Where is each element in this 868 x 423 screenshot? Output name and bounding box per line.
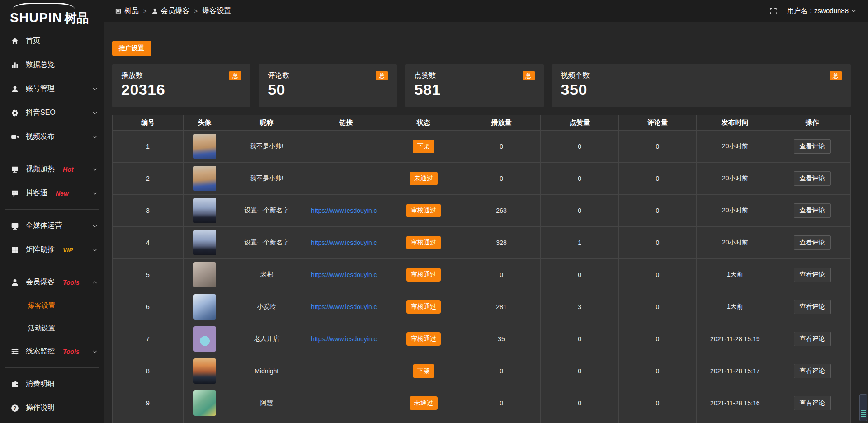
cell-id: 2 bbox=[113, 163, 184, 195]
sidebar-item-matrix-boost[interactable]: 矩阵助推VIP bbox=[0, 238, 104, 262]
sidebar-item-douketong[interactable]: 抖客通New bbox=[0, 181, 104, 205]
cell-status: 审核通过 bbox=[385, 259, 462, 291]
chevron-down-icon bbox=[92, 110, 98, 116]
status-badge[interactable]: 未通过 bbox=[410, 172, 438, 185]
sidebar-item-label: 全媒体运营 bbox=[26, 221, 62, 230]
chevron-down-icon bbox=[92, 223, 98, 229]
avatar bbox=[193, 230, 216, 255]
sidebar-subitem-activity-settings[interactable]: 活动设置 bbox=[0, 317, 104, 339]
cell-comments bbox=[619, 419, 696, 423]
sidebar-item-operation-guide[interactable]: ?操作说明 bbox=[0, 396, 104, 420]
video-link[interactable]: https://www.iesdouyin.c bbox=[311, 207, 377, 214]
table-row: 1我不是小帅!下架00020小时前查看评论 bbox=[113, 131, 851, 163]
table-row: 4设置一个新名字https://www.iesdouyin.c审核通过32810… bbox=[113, 227, 851, 259]
comment-icon bbox=[11, 189, 19, 197]
cell-id: 6 bbox=[113, 291, 184, 323]
cell-avatar bbox=[183, 355, 226, 387]
breadcrumb-item[interactable]: 会员爆客 bbox=[151, 6, 190, 16]
cell-avatar bbox=[183, 323, 226, 355]
sidebar-item-label: 抖客通 bbox=[26, 188, 47, 198]
sidebar-item-home[interactable]: 首页 bbox=[0, 29, 104, 53]
view-comments-button[interactable]: 查看评论 bbox=[794, 396, 831, 410]
cell-id: 8 bbox=[113, 355, 184, 387]
sidebar-item-douyin-seo[interactable]: 抖音SEO bbox=[0, 101, 104, 125]
view-comments-button[interactable]: 查看评论 bbox=[794, 300, 831, 314]
video-link[interactable]: https://www.iesdouyin.c bbox=[311, 335, 377, 343]
cell-plays: 0 bbox=[462, 259, 541, 291]
table-row: 6小爱玲https://www.iesdouyin.c审核通过281301天前查… bbox=[113, 291, 851, 323]
status-badge[interactable]: 审核通过 bbox=[406, 332, 441, 346]
video-link[interactable]: https://www.iesdouyin.c bbox=[311, 271, 377, 278]
view-comments-button[interactable]: 查看评论 bbox=[794, 235, 831, 250]
sidebar-item-label: 矩阵助推 bbox=[26, 245, 55, 254]
cell-link: https://www.iesdouyin.c bbox=[307, 259, 385, 291]
breadcrumb: 树品>会员爆客>爆客设置 bbox=[115, 6, 231, 16]
sidebar-item-account-manage[interactable]: 账号管理 bbox=[0, 77, 104, 101]
sidebar-item-label: 视频发布 bbox=[26, 132, 55, 141]
breadcrumb-item[interactable]: 树品 bbox=[115, 6, 139, 16]
cell-link: https://www.iesdouyin.c bbox=[307, 323, 385, 355]
column-header: 链接 bbox=[307, 115, 385, 131]
window-icon bbox=[115, 8, 122, 14]
promo-settings-button[interactable]: 推广设置 bbox=[112, 41, 151, 56]
sidebar-item-video-heat[interactable]: 视频加热Hot bbox=[0, 157, 104, 181]
sidebar-divider bbox=[5, 367, 99, 368]
cell-action: 查看评论 bbox=[774, 291, 851, 323]
cell-comments: 0 bbox=[619, 259, 696, 291]
view-comments-button[interactable]: 查看评论 bbox=[794, 171, 831, 186]
column-header: 评论量 bbox=[619, 115, 696, 131]
view-comments-button[interactable]: 查看评论 bbox=[794, 332, 831, 346]
cell-id: 1 bbox=[113, 131, 184, 163]
video-link[interactable]: https://www.iesdouyin.c bbox=[311, 239, 377, 246]
view-comments-button[interactable]: 查看评论 bbox=[794, 364, 831, 378]
sidebar-item-video-publish[interactable]: 视频发布 bbox=[0, 125, 104, 149]
fullscreen-icon[interactable] bbox=[769, 7, 777, 15]
stat-card: 视频个数总350 bbox=[552, 64, 851, 107]
video-link[interactable]: https://www.iesdouyin.c bbox=[311, 303, 377, 310]
user-menu[interactable]: 用户名：zswodun88 bbox=[787, 7, 856, 15]
view-comments-button[interactable]: 查看评论 bbox=[794, 268, 831, 282]
user-icon bbox=[11, 278, 19, 287]
sidebar-item-tag: VIP bbox=[63, 246, 73, 254]
cell-comments: 0 bbox=[619, 195, 696, 227]
breadcrumb-item[interactable]: 爆客设置 bbox=[202, 6, 231, 16]
stat-value: 581 bbox=[414, 81, 534, 99]
cell-id: 7 bbox=[113, 323, 184, 355]
cell-plays: 263 bbox=[462, 195, 541, 227]
cell-comments: 0 bbox=[619, 163, 696, 195]
column-header: 发布时间 bbox=[696, 115, 774, 131]
cell-nickname: 老人开店 bbox=[226, 323, 307, 355]
sidebar-item-data-overview[interactable]: 数据总览 bbox=[0, 53, 104, 77]
sidebar-item-consume-detail[interactable]: 消费明细 bbox=[0, 372, 104, 396]
status-badge[interactable]: 审核通过 bbox=[406, 236, 441, 249]
cell-likes: 0 bbox=[541, 195, 619, 227]
status-badge[interactable]: 下架 bbox=[413, 364, 434, 378]
status-badge[interactable]: 审核通过 bbox=[406, 268, 441, 282]
cell-status: 下架 bbox=[385, 355, 462, 387]
cell-plays: 0 bbox=[462, 355, 541, 387]
cell-id: 4 bbox=[113, 227, 184, 259]
status-badge[interactable]: 未通过 bbox=[410, 396, 438, 410]
sidebar-subitem-baoke-settings[interactable]: 爆客设置 bbox=[0, 294, 104, 317]
sidebar-item-clue-monitor[interactable]: 线索监控Tools bbox=[0, 339, 104, 363]
table-row: 8Midnight下架0002021-11-28 15:17查看评论 bbox=[113, 355, 851, 387]
status-badge[interactable]: 下架 bbox=[413, 140, 434, 153]
cell-action: 查看评论 bbox=[774, 259, 851, 291]
status-badge[interactable]: 审核通过 bbox=[406, 204, 441, 217]
chevron-down-icon bbox=[92, 349, 98, 354]
cell-likes: 0 bbox=[541, 323, 619, 355]
cell-time: 2021-11-28 15:17 bbox=[696, 355, 774, 387]
chevron-up-icon bbox=[92, 280, 98, 285]
cell-action: 查看评论 bbox=[774, 323, 851, 355]
cell-time: 20小时前 bbox=[696, 195, 774, 227]
floating-widget[interactable] bbox=[859, 394, 867, 421]
sidebar-item-member-baoke[interactable]: 会员爆客Tools bbox=[0, 270, 104, 294]
view-comments-button[interactable]: 查看评论 bbox=[794, 139, 831, 154]
cell-id: 5 bbox=[113, 259, 184, 291]
cell-avatar bbox=[183, 163, 226, 195]
status-badge[interactable]: 审核通过 bbox=[406, 300, 441, 314]
sidebar-item-omni-media[interactable]: 全媒体运营 bbox=[0, 214, 104, 238]
cell-comments: 0 bbox=[619, 323, 696, 355]
logo-arc-decoration bbox=[13, 3, 75, 16]
view-comments-button[interactable]: 查看评论 bbox=[794, 203, 831, 218]
